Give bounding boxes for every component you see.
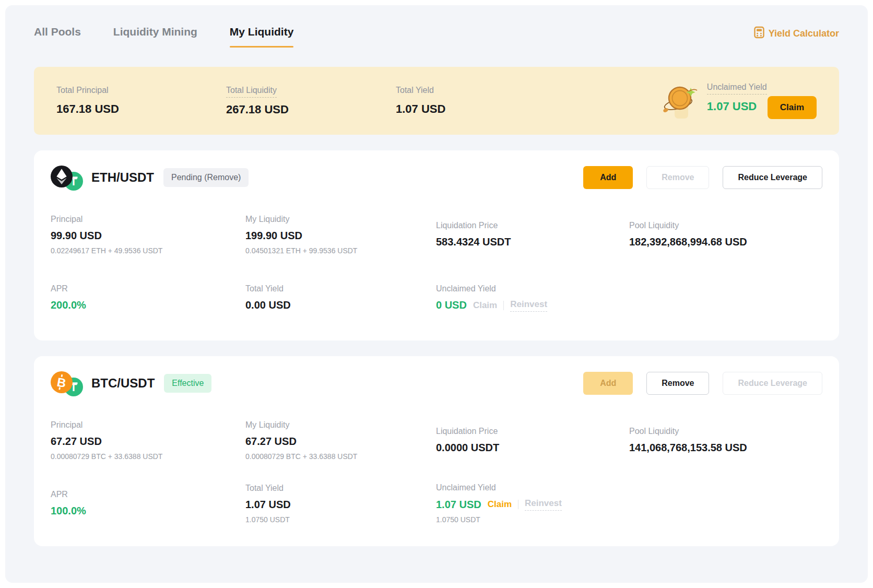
my-liquidity-stat: My Liquidity 67.27 USD 0.00080729 BTC + … xyxy=(245,420,436,461)
total-yield-value: 1.07 USD xyxy=(245,499,436,511)
total-yield-value: 1.07 USD xyxy=(396,102,660,116)
stats-row-1: Principal 99.90 USD 0.02249617 ETH + 49.… xyxy=(51,209,822,260)
liquidation-price-label: Liquidation Price xyxy=(436,221,629,230)
total-principal-label: Total Principal xyxy=(56,86,109,97)
total-liquidity-value: 267.18 USD xyxy=(226,103,396,116)
principal-label: Principal xyxy=(51,215,245,224)
total-yield-label: Total Yield xyxy=(245,484,436,493)
pool-liquidity-label: Pool Liquidity xyxy=(629,427,822,436)
divider xyxy=(518,500,518,509)
principal-value: 67.27 USD xyxy=(51,436,245,448)
tab-all-pools[interactable]: All Pools xyxy=(34,24,81,40)
total-yield-value: 0.00 USD xyxy=(245,299,436,311)
pair-icons: T B xyxy=(51,370,85,396)
liquidation-price-stat: Liquidation Price 0.0000 USDT xyxy=(436,427,629,454)
calculator-icon xyxy=(754,26,764,41)
pool-card-btc-usdt: T B BTC/USDT Effective Add Remove xyxy=(34,356,839,546)
tab-liquidity-mining-label: Liquidity Mining xyxy=(113,24,197,40)
reinvest-link: Reinvest xyxy=(510,299,547,312)
yield-calculator-link[interactable]: Yield Calculator xyxy=(754,26,839,41)
status-badge: Effective xyxy=(164,374,211,393)
total-yield-label: Total Yield xyxy=(245,284,436,293)
pool-liquidity-value: 141,068,768,153.58 USD xyxy=(629,442,822,454)
apr-label: APR xyxy=(51,490,245,499)
pool-liquidity-label: Pool Liquidity xyxy=(629,221,822,230)
unclaimed-yield-stat: Unclaimed Yield 1.07 USD Claim Reinvest … xyxy=(436,483,629,524)
my-liquidity-value: 199.90 USD xyxy=(245,230,436,242)
principal-detail: 0.02249617 ETH + 49.9536 USDT xyxy=(51,246,245,255)
my-liquidity-label: My Liquidity xyxy=(245,420,436,430)
card-header: T B BTC/USDT Effective Add Remove xyxy=(51,370,822,397)
reduce-leverage-button[interactable]: Reduce Leverage xyxy=(723,166,822,189)
principal-label: Principal xyxy=(51,420,245,430)
unclaimed-yield-value: 1.07 USD xyxy=(707,100,757,113)
card-header: T ETH/USDT Pending (Remove) Add Remove R… xyxy=(51,164,822,191)
apr-value: 200.0% xyxy=(51,299,245,311)
status-badge: Pending (Remove) xyxy=(163,168,249,187)
unclaimed-yield-value: 0 USD xyxy=(436,299,467,311)
add-button[interactable]: Add xyxy=(583,166,633,189)
my-liquidity-detail: 0.04501321 ETH + 99.9536 USDT xyxy=(245,246,436,255)
liquidation-price-stat: Liquidation Price 583.4324 USDT xyxy=(436,221,629,248)
yield-calculator-label: Yield Calculator xyxy=(769,28,839,39)
coin-illustration-icon xyxy=(660,81,698,121)
liquidation-price-value: 0.0000 USDT xyxy=(436,442,629,454)
unclaimed-yield-stat: Unclaimed Yield 0 USD Claim Reinvest xyxy=(436,284,629,312)
total-principal-value: 167.18 USD xyxy=(56,102,226,116)
card-actions: Add Remove Reduce Leverage xyxy=(583,166,822,189)
card-actions: Add Remove Reduce Leverage xyxy=(583,372,822,395)
stats-row-1: Principal 67.27 USD 0.00080729 BTC + 33.… xyxy=(51,415,822,466)
unclaimed-yield-label: Unclaimed Yield xyxy=(436,483,629,492)
tab-bar: All Pools Liquidity Mining My Liquidity … xyxy=(34,24,839,56)
my-liquidity-stat: My Liquidity 199.90 USD 0.04501321 ETH +… xyxy=(245,215,436,255)
claim-link[interactable]: Claim xyxy=(488,499,512,510)
claim-link: Claim xyxy=(473,300,497,311)
pool-card-eth-usdt: T ETH/USDT Pending (Remove) Add Remove R… xyxy=(34,150,839,340)
remove-button[interactable]: Remove xyxy=(646,372,709,395)
reinvest-link: Reinvest xyxy=(525,498,562,511)
apr-stat: APR 200.0% xyxy=(51,284,245,311)
total-yield-stat: Total Yield 0.00 USD xyxy=(245,284,436,311)
my-liquidity-label: My Liquidity xyxy=(245,215,436,224)
stats-row-2: APR 100.0% Total Yield 1.07 USD 1.0750 U… xyxy=(51,480,822,526)
liquidity-page: All Pools Liquidity Mining My Liquidity … xyxy=(5,5,868,583)
claim-button[interactable]: Claim xyxy=(768,96,817,119)
unclaimed-yield: Unclaimed Yield 1.07 USD Claim xyxy=(707,83,817,120)
unclaimed-yield-detail: 1.0750 USDT xyxy=(436,515,629,524)
total-principal: Total Principal 167.18 USD xyxy=(56,86,226,116)
active-tab-underline xyxy=(230,46,294,48)
total-yield-label: Total Yield xyxy=(396,86,434,97)
unclaimed-yield-value: 1.07 USD xyxy=(436,499,481,511)
apr-label: APR xyxy=(51,284,245,293)
total-yield-stat: Total Yield 1.07 USD 1.0750 USDT xyxy=(245,484,436,524)
unclaimed-yield-section: Unclaimed Yield 1.07 USD Claim xyxy=(660,81,817,121)
tab-all-pools-label: All Pools xyxy=(34,24,81,40)
pair-icons: T xyxy=(51,164,85,191)
btc-coin-icon: B xyxy=(51,371,73,393)
pool-liquidity-stat: Pool Liquidity 182,392,868,994.68 USD xyxy=(629,221,822,248)
principal-value: 99.90 USD xyxy=(51,230,245,242)
eth-coin-icon xyxy=(51,166,73,187)
tab-my-liquidity[interactable]: My Liquidity xyxy=(230,24,294,48)
pool-liquidity-value: 182,392,868,994.68 USD xyxy=(629,236,822,248)
apr-value: 100.0% xyxy=(51,505,245,517)
total-liquidity: Total Liquidity 267.18 USD xyxy=(226,86,396,116)
tab-my-liquidity-label: My Liquidity xyxy=(230,24,294,40)
stats-row-2: APR 200.0% Total Yield 0.00 USD Unclaime… xyxy=(51,275,822,321)
total-yield-detail: 1.0750 USDT xyxy=(245,515,436,524)
tab-liquidity-mining[interactable]: Liquidity Mining xyxy=(113,24,197,40)
liquidation-price-label: Liquidation Price xyxy=(436,427,629,436)
total-yield: Total Yield 1.07 USD xyxy=(396,86,660,116)
apr-stat: APR 100.0% xyxy=(51,490,245,517)
principal-detail: 0.00080729 BTC + 33.6388 USDT xyxy=(51,452,245,461)
reduce-leverage-button: Reduce Leverage xyxy=(723,372,822,395)
remove-button: Remove xyxy=(646,166,709,189)
principal-stat: Principal 99.90 USD 0.02249617 ETH + 49.… xyxy=(51,215,245,255)
unclaimed-yield-label[interactable]: Unclaimed Yield xyxy=(707,83,767,95)
total-liquidity-label[interactable]: Total Liquidity xyxy=(226,86,277,98)
divider xyxy=(503,301,504,310)
my-liquidity-detail: 0.00080729 BTC + 33.6388 USDT xyxy=(245,452,436,461)
principal-stat: Principal 67.27 USD 0.00080729 BTC + 33.… xyxy=(51,420,245,461)
pool-liquidity-stat: Pool Liquidity 141,068,768,153.58 USD xyxy=(629,427,822,454)
summary-bar: Total Principal 167.18 USD Total Liquidi… xyxy=(34,67,839,135)
